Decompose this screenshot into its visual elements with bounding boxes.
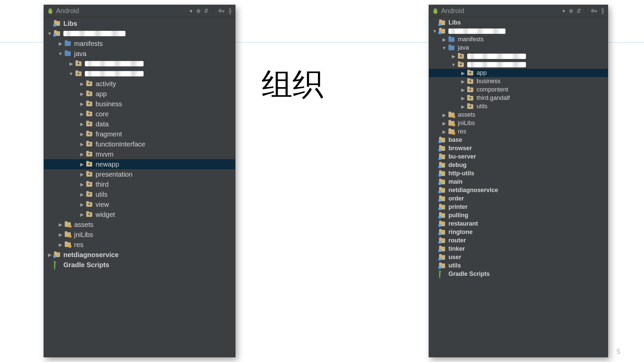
tree-item[interactable]: ▶assets	[44, 220, 235, 230]
tree-arrow-icon[interactable]: ▼	[441, 45, 447, 51]
tree-arrow-icon[interactable]: ▶	[441, 37, 447, 42]
tree-item[interactable]: ▶http-utils	[429, 169, 608, 178]
hide-icon[interactable]: ╟	[601, 8, 604, 14]
tree-item[interactable]: ▶jniLibs	[44, 230, 235, 240]
tree-item[interactable]: ▶activity	[44, 79, 235, 89]
tree-arrow-icon[interactable]: ▶	[47, 252, 53, 257]
tree-arrow-icon[interactable]: ▶	[79, 202, 85, 207]
tree-arrow-icon[interactable]: ▶	[79, 101, 85, 107]
tree-item[interactable]: ▶Libs	[429, 18, 608, 27]
tree-item[interactable]: ▶compontent	[429, 85, 608, 94]
tree-item[interactable]: ▶Libs	[44, 18, 235, 28]
tree-item[interactable]: ▼java	[429, 44, 608, 52]
tree-item[interactable]: ▶ringtone	[429, 228, 608, 236]
view-selector-label[interactable]: Android	[56, 7, 184, 15]
tree-item[interactable]: ▶app	[429, 69, 608, 77]
tree-arrow-icon[interactable]: ▶	[441, 121, 447, 126]
target-icon[interactable]: ⊕	[569, 8, 573, 14]
tree-item[interactable]: ▶assets	[429, 111, 608, 119]
panel-titlebar[interactable]: Android ▼ ⊕ ⇵ ✲▾ ╟	[429, 5, 608, 17]
chevron-down-icon[interactable]: ▼	[189, 8, 194, 14]
tree-item[interactable]: ▶base	[429, 136, 608, 144]
tree-arrow-icon[interactable]: ▶	[79, 192, 85, 197]
tree-arrow-icon[interactable]: ▶	[79, 182, 85, 187]
tree-arrow-icon[interactable]: ▼	[47, 31, 53, 36]
collapse-icon[interactable]: ⇵	[577, 8, 581, 14]
tree-item[interactable]: ▶browser	[429, 144, 608, 153]
tree-arrow-icon[interactable]: ▶	[79, 81, 85, 86]
tree-item[interactable]: ▶tinker	[429, 245, 608, 253]
target-icon[interactable]: ⊕	[196, 8, 201, 14]
tree-item[interactable]: ▶netdiagnoservice	[429, 186, 608, 194]
tree-arrow-icon[interactable]: ▶	[57, 242, 63, 247]
tree-item[interactable]: ▶data	[44, 119, 235, 129]
tree-arrow-icon[interactable]: ▶	[79, 111, 85, 117]
tree-item[interactable]: ▶bu-server	[429, 153, 608, 161]
tree-item[interactable]: ▶pulling	[429, 211, 608, 220]
tree-item[interactable]: ▶router	[429, 236, 608, 245]
tree-item[interactable]: ▶manifests	[44, 39, 235, 49]
tree-arrow-icon[interactable]: ▼	[450, 62, 457, 67]
tree-item[interactable]: ▼java	[44, 49, 235, 59]
tree-arrow-icon[interactable]: ▶	[441, 112, 447, 118]
tree-item[interactable]: ▶business	[429, 77, 608, 85]
view-selector-label[interactable]: Android	[441, 7, 557, 15]
tree-arrow-icon[interactable]: ▼	[68, 71, 74, 76]
tree-item[interactable]: ▼	[429, 60, 608, 69]
tree-item[interactable]: ▶business	[44, 99, 235, 109]
tree-item[interactable]: ▶user	[429, 253, 608, 261]
tree-item[interactable]: ▶view	[44, 199, 235, 209]
tree-arrow-icon[interactable]: ▶	[79, 91, 85, 97]
gear-icon[interactable]: ✲▾	[591, 8, 597, 14]
collapse-icon[interactable]: ⇵	[204, 8, 208, 14]
tree-arrow-icon[interactable]: ▶	[441, 129, 447, 134]
tree-item[interactable]: ▶main	[429, 178, 608, 186]
gear-icon[interactable]: ✲▾	[218, 8, 225, 14]
tree-item[interactable]: ▶res	[429, 127, 608, 136]
tree-item[interactable]: ▼	[44, 28, 235, 39]
tree-item[interactable]: ▶presentation	[44, 169, 235, 179]
tree-item[interactable]: ▶Gradle Scripts	[429, 270, 608, 278]
tree-arrow-icon[interactable]: ▶	[79, 162, 85, 167]
tree-arrow-icon[interactable]: ▶	[79, 131, 85, 137]
tree-arrow-icon[interactable]: ▶	[79, 172, 85, 177]
tree-arrow-icon[interactable]: ▶	[68, 61, 74, 66]
tree-item[interactable]: ▶third	[44, 179, 235, 189]
tree-item[interactable]: ▶newapp	[44, 159, 235, 169]
hide-icon[interactable]: ╟	[228, 8, 232, 14]
tree-item[interactable]: ▶utils	[429, 102, 608, 111]
tree-arrow-icon[interactable]: ▶	[79, 152, 85, 157]
tree-arrow-icon[interactable]: ▶	[460, 104, 466, 109]
tree-arrow-icon[interactable]: ▼	[432, 28, 438, 34]
tree-arrow-icon[interactable]: ▶	[79, 121, 85, 127]
tree-item[interactable]: ▶Gradle Scripts	[44, 260, 235, 270]
tree-item[interactable]: ▶mvvm	[44, 149, 235, 159]
tree-item[interactable]: ▶third.gandalf	[429, 94, 608, 102]
tree-item[interactable]: ▶utils	[429, 261, 608, 270]
tree-item[interactable]: ▶manifests	[429, 35, 608, 44]
tree-arrow-icon[interactable]: ▶	[460, 87, 466, 93]
tree-item[interactable]: ▶fragment	[44, 129, 235, 139]
tree-arrow-icon[interactable]: ▶	[57, 222, 63, 227]
tree-item[interactable]: ▶functionInterface	[44, 139, 235, 149]
tree-item[interactable]: ▶restaurant	[429, 220, 608, 228]
tree-item[interactable]: ▶jniLibs	[429, 119, 608, 127]
chevron-down-icon[interactable]: ▼	[561, 8, 566, 14]
tree-item[interactable]: ▶	[429, 52, 608, 60]
tree-item[interactable]: ▶res	[44, 240, 235, 250]
tree-item[interactable]: ▶app	[44, 89, 235, 99]
tree-item[interactable]: ▶debug	[429, 161, 608, 169]
tree-item[interactable]: ▶netdiagnoservice	[44, 250, 235, 260]
tree-arrow-icon[interactable]: ▶	[450, 54, 457, 59]
tree-arrow-icon[interactable]: ▶	[79, 141, 85, 147]
tree-arrow-icon[interactable]: ▶	[460, 96, 466, 101]
tree-arrow-icon[interactable]: ▼	[57, 51, 63, 56]
tree-item[interactable]: ▶printer	[429, 203, 608, 211]
tree-arrow-icon[interactable]: ▶	[57, 232, 63, 237]
tree-arrow-icon[interactable]: ▶	[460, 79, 466, 84]
tree-item[interactable]: ▶	[44, 59, 235, 69]
tree-item[interactable]: ▶utils	[44, 189, 235, 199]
tree-item[interactable]: ▶order	[429, 194, 608, 203]
tree-item[interactable]: ▼	[44, 69, 235, 79]
tree-arrow-icon[interactable]: ▶	[460, 70, 466, 76]
